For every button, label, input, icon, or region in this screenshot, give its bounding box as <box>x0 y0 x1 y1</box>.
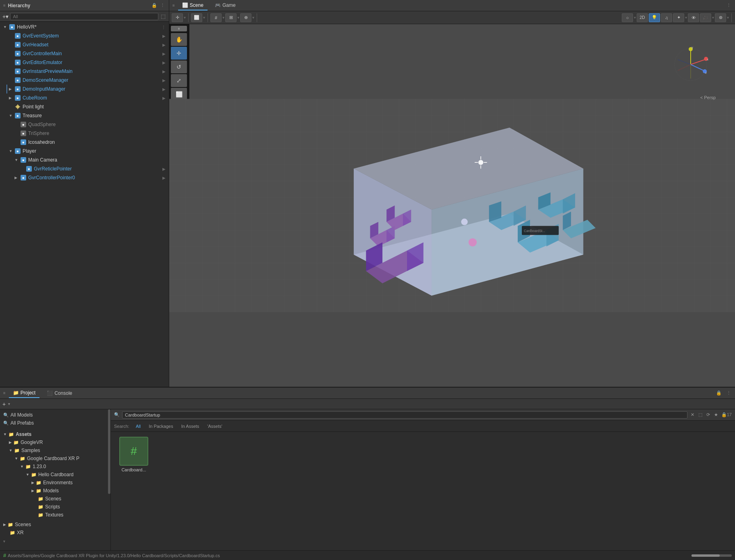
sidebar-item-v1230[interactable]: ▼ 📁 1.23.0 <box>0 463 110 471</box>
tree-item-gvrHeadset[interactable]: ■ GvrHeadset ▶ <box>0 40 169 49</box>
tab-scene[interactable]: ⬜ Scene <box>178 1 208 10</box>
tree-item-quadSphere[interactable]: ■ QuadSphere <box>0 120 169 129</box>
lock-icon-bottom[interactable]: 🔒 <box>715 390 723 396</box>
tree-label-mainCamera: Main Camera <box>28 157 169 163</box>
scene-drag-handle: ≡ <box>172 3 175 8</box>
gizmos-button[interactable]: ⊛ <box>715 13 726 22</box>
tree-item-helloVR[interactable]: ▼ ■ HelloVR* ⋮ <box>0 23 169 31</box>
lighting-button[interactable]: 💡 <box>649 13 660 22</box>
sidebar-item-google-cardboard-xr[interactable]: ▼ 📁 Google Cardboard XR P <box>0 454 110 463</box>
search-options-button[interactable]: ⬚ <box>698 411 703 418</box>
filter-packages-button[interactable]: In Packages <box>147 423 175 429</box>
arrow-hello-cardboard: ▼ <box>26 473 29 477</box>
rect-tool-button[interactable]: ⬜ <box>191 13 202 22</box>
more-options-bottom[interactable]: ⋮ <box>726 390 732 396</box>
sidebar-item-scenes[interactable]: 📁 Scenes <box>0 495 110 503</box>
sidebar-item-all-models[interactable]: 🔍 All Models <box>0 411 110 419</box>
select-tool-button[interactable]: ✛ <box>172 13 183 22</box>
snap-dropdown-icon: ▾ <box>237 15 239 20</box>
sidebar-item-environments[interactable]: ▶ 📁 Environments <box>0 479 110 487</box>
tree-item-gvrControllerMain[interactable]: ■ GvrControllerMain ▶ <box>0 49 169 58</box>
grid-button[interactable]: # <box>210 13 222 22</box>
sidebar-item-googlevr[interactable]: ▶ 📁 GoogleVR <box>0 438 110 446</box>
search-icon-all-prefabs: 🔍 <box>3 421 9 426</box>
tree-item-gvrControllerPointer0[interactable]: ▶ ■ GvrControllerPointer0 ▶ <box>0 173 169 182</box>
more-options-icon[interactable]: ⋮ <box>160 2 166 9</box>
scene-tab-label: Scene <box>190 2 203 8</box>
sidebar-scrollbar-thumb[interactable] <box>108 409 110 494</box>
arrow-player: ▼ <box>9 149 15 153</box>
sidebar-item-hello-cardboard[interactable]: ▼ 📁 Hello Cardboard <box>0 471 110 479</box>
add-dropdown-icon: ▾ <box>8 402 10 406</box>
folder-icon-hello-cardboard: 📁 <box>31 472 37 477</box>
arrow-cubeRoom: ▶ <box>9 96 15 100</box>
tree-item-mainCamera[interactable]: ▼ ■ Main Camera <box>0 156 169 164</box>
add-button[interactable]: +▾ <box>2 13 8 20</box>
tab-game[interactable]: 🎮 Game <box>211 1 240 10</box>
audio-button[interactable]: ♫ <box>661 13 672 22</box>
sidebar-item-samples[interactable]: ▼ 📁 Samples <box>0 446 110 454</box>
tree-item-gvrInstantPreviewMain[interactable]: ■ GvrInstantPreviewMain ▶ <box>0 67 169 76</box>
tree-item-player[interactable]: ▼ ■ Player <box>0 147 169 156</box>
snap-button[interactable]: ⊞ <box>225 13 237 22</box>
tree-item-demoSceneManager[interactable]: ■ DemoSceneManager ▶ <box>0 76 169 85</box>
filter-assets2-button[interactable]: 'Assets' <box>206 423 224 429</box>
search-icon-all-models: 🔍 <box>3 413 9 418</box>
tab-console[interactable]: ⬛ Console <box>43 389 76 398</box>
search-star-button[interactable]: ★ <box>713 411 719 418</box>
tree-item-gvrReticlePointer[interactable]: ■ GvrReticlePointer ▶ <box>0 164 169 173</box>
go-icon-gvrEventSystem: ■ <box>15 33 21 39</box>
sidebar-item-assets[interactable]: ▼ 📁 Assets <box>0 430 110 438</box>
render-mode-button[interactable]: ○ <box>622 13 633 22</box>
tree-item-cubeRoom[interactable]: ▶ ■ CubeRoom ▶ <box>0 93 169 102</box>
view-mode-group: ○ ▾ 2D 💡 ♫ ✦ ▾ 👁 🎥 ▾ ⊛ ▾ <box>622 13 732 22</box>
filter-assets-button[interactable]: In Assets <box>180 423 201 429</box>
scene-header: ≡ ⬜ Scene 🎮 Game ⋮ <box>169 0 735 11</box>
tab-project[interactable]: 📁 Project <box>9 388 39 398</box>
tree-item-gvrEventSystem[interactable]: ■ GvrEventSystem ▶ <box>0 31 169 40</box>
go-icon-quadSphere: ■ <box>20 121 27 128</box>
tree-label-gvrControllerMain: GvrControllerMain <box>23 51 162 56</box>
search-refresh-button[interactable]: ⟳ <box>706 411 711 418</box>
expand-icon[interactable]: ⬚ <box>160 12 166 20</box>
2d-button[interactable]: 2D <box>637 13 648 22</box>
folder-icon-scripts: 📁 <box>38 504 44 510</box>
pivot-button[interactable]: ⊕ <box>240 13 251 22</box>
sidebar-item-scenes-root[interactable]: ▶ 📁 Scenes <box>0 521 110 529</box>
hierarchy-search-input[interactable] <box>10 13 158 20</box>
folder-icon-samples: 📁 <box>14 448 20 453</box>
more-options-helloVR[interactable]: ⋮ <box>162 25 166 29</box>
tree-item-gvrEditorEmulator[interactable]: ■ GvrEditorEmulator ▶ <box>0 58 169 67</box>
status-slider[interactable] <box>691 554 732 557</box>
tree-item-triSphere[interactable]: ■ TriSphere <box>0 129 169 138</box>
filter-all-button[interactable]: All <box>134 423 142 429</box>
tree-item-demoInputManager[interactable]: ▶ ■ DemoInputManager ▶ <box>0 85 169 93</box>
clear-search-button[interactable]: ✕ <box>690 411 695 418</box>
tree-item-pointLight[interactable]: Point light <box>0 102 169 111</box>
asset-item-cardboardstartup[interactable]: # Cardboard... <box>116 437 152 472</box>
go-icon-mainCamera: ■ <box>20 157 27 163</box>
sidebar-item-scripts[interactable]: 📁 Scripts <box>0 503 110 511</box>
scroll-down-arrow: ▼ <box>2 539 6 543</box>
sidebar-spacer <box>0 427 110 430</box>
camera-dropdown-icon: ▾ <box>712 15 714 20</box>
camera-button[interactable]: 🎥 <box>700 13 711 22</box>
go-icon-triSphere: ■ <box>20 130 27 137</box>
fx-button[interactable]: ✦ <box>673 13 684 22</box>
sidebar-item-models[interactable]: ▶ 📁 Models <box>0 487 110 495</box>
hide-button[interactable]: 👁 <box>688 13 699 22</box>
tree-item-icosahedron[interactable]: ■ Icosahedron <box>0 138 169 147</box>
lock-icon[interactable]: 🔒 <box>151 2 158 9</box>
project-main: 🔍 ✕ ⬚ ⟳ ★ 🔒17 Search: All In Packages In… <box>111 409 735 550</box>
sidebar-item-xr[interactable]: 📁 XR <box>0 529 110 537</box>
scene-viewport[interactable]: ≡ ✋ ✛ ↺ ⤢ ⬜ ⊕ <box>169 24 735 387</box>
project-search-input[interactable] <box>122 411 687 419</box>
sidebar-item-textures[interactable]: 📁 Textures <box>0 511 110 519</box>
asset-icon-cardboardstartup: # <box>119 437 148 466</box>
tree-label-icosahedron: Icosahedron <box>28 139 169 145</box>
sidebar-label-scenes-root: Scenes <box>15 522 31 527</box>
scene-more-icon[interactable]: ⋮ <box>726 2 732 9</box>
sidebar-item-all-prefabs[interactable]: 🔍 All Prefabs <box>0 419 110 427</box>
project-add-button[interactable]: + <box>2 401 6 407</box>
tree-item-treasure[interactable]: ▼ ■ Treasure <box>0 111 169 120</box>
